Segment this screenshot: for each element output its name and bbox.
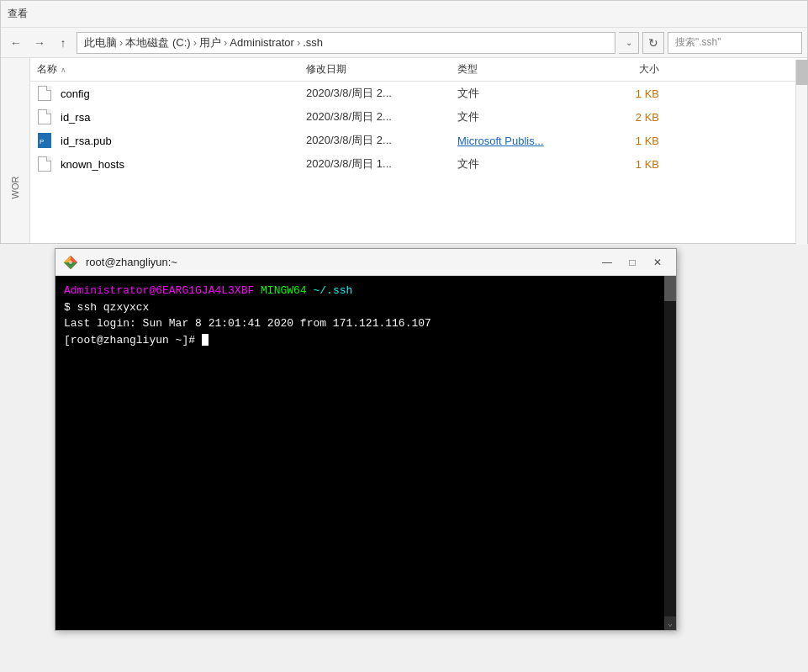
file-rows-container: config 2020/3/8/周日 2... 文件 1 KB id_rsa 2… bbox=[30, 82, 807, 176]
file-type: Microsoft Publis... bbox=[457, 135, 592, 147]
file-type: 文件 bbox=[457, 156, 592, 172]
file-list-container: WOR 名称 ∧ 修改日期 类型 大小 config 2020/ bbox=[1, 58, 807, 243]
file-size: 2 KB bbox=[592, 111, 659, 124]
search-box[interactable]: 搜索".ssh" bbox=[668, 32, 802, 54]
maximize-button[interactable]: □ bbox=[621, 253, 644, 272]
file-date: 2020/3/8/周日 2... bbox=[306, 133, 457, 148]
terminal-dollar: $ ssh qzxyxcx bbox=[64, 301, 149, 314]
path-part-ssh[interactable]: .ssh bbox=[303, 36, 323, 49]
file-name-col: P id_rsa.pub bbox=[37, 133, 306, 148]
titlebar-controls: — □ ✕ bbox=[595, 253, 669, 272]
file-size: 1 KB bbox=[592, 158, 659, 171]
file-list: 名称 ∧ 修改日期 类型 大小 config 2020/3/8/周日 2... … bbox=[30, 58, 807, 243]
file-icon-generic bbox=[37, 86, 52, 101]
svg-text:P: P bbox=[40, 138, 44, 146]
address-refresh-button[interactable]: ↻ bbox=[642, 32, 664, 54]
table-row[interactable]: P id_rsa.pub 2020/3/8/周日 2... Microsoft … bbox=[30, 129, 807, 152]
close-button[interactable]: ✕ bbox=[646, 253, 669, 272]
terminal-line-3: Last login: Sun Mar 8 21:01:41 2020 from… bbox=[64, 315, 668, 332]
file-list-header: 名称 ∧ 修改日期 类型 大小 bbox=[30, 58, 807, 82]
terminal-prompt-tool: MINGW64 bbox=[261, 284, 307, 297]
explorer-menubar: 查看 bbox=[1, 1, 807, 28]
file-name-col: id_rsa bbox=[37, 109, 306, 124]
nav-back-button[interactable]: ← bbox=[6, 33, 26, 53]
terminal-cursor bbox=[202, 334, 209, 346]
explorer-scrollbar[interactable] bbox=[795, 60, 807, 245]
col-header-size[interactable]: 大小 bbox=[592, 62, 659, 77]
svg-point-8 bbox=[69, 261, 72, 264]
terminal-scrollbar[interactable]: ⌄ bbox=[664, 276, 676, 630]
file-icon-pub: P bbox=[37, 133, 52, 148]
nav-up-button[interactable]: ↑ bbox=[53, 33, 73, 53]
table-row[interactable]: config 2020/3/8/周日 2... 文件 1 KB bbox=[30, 82, 807, 105]
path-part-admin[interactable]: Administrator bbox=[230, 36, 294, 49]
terminal-scrollbar-thumb[interactable] bbox=[664, 276, 676, 301]
file-type: 文件 bbox=[457, 86, 592, 101]
terminal-window: root@zhangliyun:~ — □ ✕ Administrator@6E… bbox=[55, 248, 677, 631]
col-header-name[interactable]: 名称 ∧ bbox=[37, 62, 306, 77]
file-size: 1 KB bbox=[592, 87, 659, 100]
explorer-addressbar: ← → ↑ 此电脑 › 本地磁盘 (C:) › 用户 › Administrat… bbox=[1, 28, 807, 58]
terminal-prompt-user: Administrator@6EARG1GJA4L3XBF bbox=[64, 284, 254, 297]
file-icon-generic bbox=[37, 109, 52, 124]
file-date: 2020/3/8/周日 1... bbox=[306, 156, 457, 172]
file-name: id_rsa.pub bbox=[61, 135, 304, 147]
file-icon-generic bbox=[37, 156, 52, 172]
explorer-scrollbar-thumb[interactable] bbox=[796, 60, 808, 85]
explorer-window: 查看 ← → ↑ 此电脑 › 本地磁盘 (C:) › 用户 › Administ… bbox=[0, 0, 808, 244]
terminal-lastlogin: Last login: Sun Mar 8 21:01:41 2020 from… bbox=[64, 317, 431, 330]
table-row[interactable]: known_hosts 2020/3/8/周日 1... 文件 1 KB bbox=[30, 152, 807, 176]
file-type: 文件 bbox=[457, 109, 592, 124]
terminal-title: root@zhangliyun:~ bbox=[86, 256, 595, 268]
nav-forward-button[interactable]: → bbox=[29, 33, 50, 53]
file-name-col: config bbox=[37, 86, 306, 101]
sidebar-text: WOR bbox=[10, 177, 20, 199]
terminal-line-4: [root@zhangliyun ~]# bbox=[64, 332, 668, 349]
col-header-type[interactable]: 类型 bbox=[457, 62, 592, 77]
file-date: 2020/3/8/周日 2... bbox=[306, 109, 457, 124]
minimize-button[interactable]: — bbox=[595, 253, 619, 272]
path-part-home[interactable]: 此电脑 bbox=[84, 35, 117, 50]
file-name: known_hosts bbox=[61, 158, 304, 171]
file-name: id_rsa bbox=[61, 111, 304, 124]
col-header-date[interactable]: 修改日期 bbox=[306, 62, 457, 77]
path-part-drive[interactable]: 本地磁盘 (C:) bbox=[125, 35, 190, 50]
explorer-sidebar: WOR bbox=[1, 58, 30, 243]
file-size: 1 KB bbox=[592, 135, 659, 147]
path-part-users[interactable]: 用户 bbox=[199, 35, 221, 50]
terminal-prompt-path: ~/.ssh bbox=[313, 284, 352, 297]
terminal-line-2: $ ssh qzxyxcx bbox=[64, 299, 668, 316]
menu-view[interactable]: 查看 bbox=[8, 7, 28, 21]
table-row[interactable]: id_rsa 2020/3/8/周日 2... 文件 2 KB bbox=[30, 105, 807, 129]
terminal-shell-prompt: [root@zhangliyun ~]# bbox=[64, 334, 195, 347]
file-name: config bbox=[61, 87, 304, 100]
address-path: 此电脑 › 本地磁盘 (C:) › 用户 › Administrator › .… bbox=[77, 32, 615, 54]
file-date: 2020/3/8/周日 2... bbox=[306, 86, 457, 101]
terminal-scrollbar-down[interactable]: ⌄ bbox=[664, 616, 676, 630]
terminal-logo bbox=[62, 254, 79, 271]
address-dropdown-button[interactable]: ⌄ bbox=[619, 32, 639, 54]
terminal-titlebar: root@zhangliyun:~ — □ ✕ bbox=[55, 249, 676, 276]
terminal-line-1: Administrator@6EARG1GJA4L3XBF MINGW64 ~/… bbox=[64, 283, 668, 299]
terminal-body[interactable]: Administrator@6EARG1GJA4L3XBF MINGW64 ~/… bbox=[55, 276, 676, 630]
file-name-col: known_hosts bbox=[37, 156, 306, 172]
